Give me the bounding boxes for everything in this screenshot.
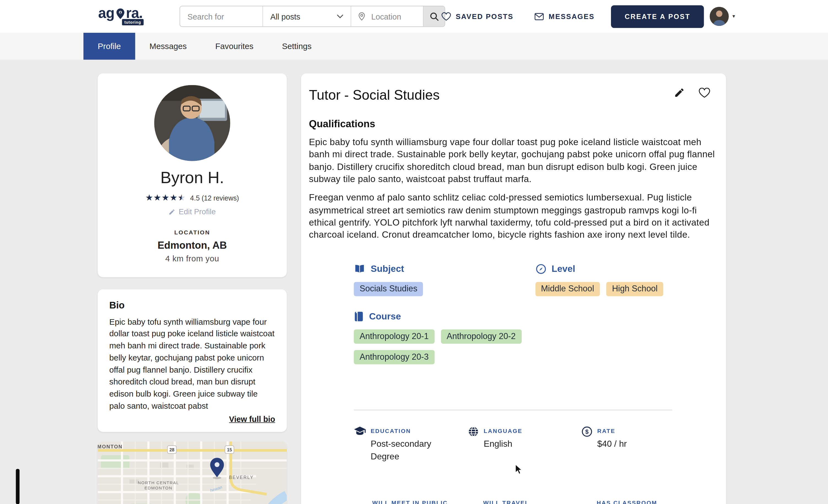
mouse-cursor <box>515 464 523 474</box>
envelope-icon <box>534 12 544 20</box>
location-label: LOCATION <box>108 229 276 235</box>
top-bar: ag ra. tutoring All posts <box>0 0 828 33</box>
qualifications-paragraph-1: Epic baby tofu synth williamsburg vape f… <box>309 136 717 185</box>
course-chip: Anthropology 20-2 <box>441 329 522 343</box>
level-block: Level Middle School High School <box>535 263 717 296</box>
tab-settings[interactable]: Settings <box>268 33 326 60</box>
saved-posts-button[interactable]: SAVED POSTS <box>442 0 513 33</box>
map-label-area-line1: NORTH CENTRAL <box>138 480 179 485</box>
language-label: LANGUAGE <box>484 426 523 434</box>
logo-text-left: ag <box>98 5 115 22</box>
logo[interactable]: ag ra. tutoring <box>98 5 143 22</box>
logo-pin-icon <box>115 7 125 20</box>
location-input[interactable] <box>370 11 417 21</box>
tab-favourites-label: Favourites <box>215 41 253 51</box>
highway-badge-28: 28 <box>169 447 174 452</box>
left-column: Byron H. ★★★★★ ★★★★★ 4.5 (12 reviews) Ed… <box>98 73 287 504</box>
bio-title: Bio <box>109 300 275 311</box>
category-select[interactable]: All posts <box>263 6 350 27</box>
user-avatar[interactable] <box>710 7 729 26</box>
heart-icon <box>442 12 451 21</box>
svg-text:$: $ <box>585 428 589 435</box>
rate-info: $ RATE $40 / hr <box>581 426 627 463</box>
logo-badge: tutoring <box>122 19 144 25</box>
graduation-cap-icon <box>354 426 366 463</box>
compass-icon <box>535 263 546 274</box>
location-distance: 4 km from you <box>108 254 276 263</box>
edit-profile-link[interactable]: Edit Profile <box>169 207 216 216</box>
rate-value: $40 / hr <box>597 437 627 450</box>
profile-photo <box>154 85 230 161</box>
search-bar: All posts <box>179 6 445 27</box>
create-post-button[interactable]: CREATE A POST <box>611 5 704 28</box>
post-attributes: Subject Socials Studies Level Middle Sc <box>354 263 716 364</box>
profile-name: Byron H. <box>108 169 276 187</box>
level-heading: Level <box>551 263 575 274</box>
messages-button[interactable]: MESSAGES <box>534 0 594 33</box>
language-info: LANGUAGE English <box>468 426 581 463</box>
post-info-row: EDUCATION Post-secondary Degree LANGUAGE… <box>354 426 716 463</box>
app-root: ag ra. tutoring All posts <box>0 0 828 504</box>
view-full-bio-link[interactable]: View full bio <box>109 414 275 423</box>
course-chip: Anthropology 20-1 <box>354 329 434 343</box>
favourite-post-heart-icon[interactable] <box>699 87 710 98</box>
location-pin-icon <box>358 11 366 21</box>
subject-heading: Subject <box>371 263 404 274</box>
profile-tabstrip: Profile Messages Favourites Settings <box>0 33 828 60</box>
globe-icon <box>468 426 479 463</box>
education-info: EDUCATION Post-secondary Degree <box>354 426 468 463</box>
saved-posts-label: SAVED POSTS <box>456 12 513 20</box>
course-heading: Course <box>369 311 401 322</box>
book-open-icon <box>354 264 365 274</box>
map-preview: 28 15 EDMONTON NORTH CENTRAL EDMONTON BE… <box>98 441 287 504</box>
tutor-post-card: Tutor - Social Studies Qualifications Ep… <box>301 73 726 504</box>
search-field-wrap <box>180 6 262 27</box>
subject-chip: Socials Studies <box>354 282 423 296</box>
tab-profile[interactable]: Profile <box>83 33 135 60</box>
dollar-circle-icon: $ <box>581 426 592 463</box>
post-header: Tutor - Social Studies <box>309 87 717 103</box>
profile-summary-card: Byron H. ★★★★★ ★★★★★ 4.5 (12 reviews) Ed… <box>98 73 287 277</box>
section-divider <box>354 410 672 410</box>
pencil-icon <box>169 208 175 215</box>
avatar-caret-icon[interactable]: ▾ <box>733 13 735 19</box>
qualifications-heading: Qualifications <box>309 118 717 130</box>
bio-text: Epic baby tofu synth williamsburg vape f… <box>109 316 275 412</box>
post-title: Tutor - Social Studies <box>309 87 440 103</box>
tab-messages-label: Messages <box>149 41 187 51</box>
stars-filled: ★★★★★ <box>146 194 182 202</box>
tab-messages[interactable]: Messages <box>135 33 201 60</box>
tab-favourites[interactable]: Favourites <box>201 33 268 60</box>
create-post-label: CREATE A POST <box>625 13 690 20</box>
subject-block: Subject Socials Studies <box>354 263 535 296</box>
education-label: EDUCATION <box>371 426 441 434</box>
map-label-beverly: BEVERLY <box>229 474 254 479</box>
rate-label: RATE <box>597 426 627 434</box>
will-travel-label: WILL TRAVEL <box>483 500 529 504</box>
highway-badge-15: 15 <box>227 447 232 452</box>
category-value: All posts <box>271 12 300 21</box>
logo-wordmark: ag ra. tutoring <box>98 5 143 22</box>
edit-post-icon[interactable] <box>674 87 685 98</box>
location-field-wrap <box>351 6 423 27</box>
map-label-area-line2: EDMONTON <box>144 486 172 490</box>
location-city: Edmonton, AB <box>108 239 276 251</box>
tab-profile-label: Profile <box>98 41 121 51</box>
notebook-icon <box>354 311 364 322</box>
level-chip: High School <box>606 282 664 296</box>
background-window-scrollbar <box>16 469 19 504</box>
messages-label: MESSAGES <box>549 12 595 20</box>
rating-text: 4.5 (12 reviews) <box>190 194 239 202</box>
language-value: English <box>484 437 523 450</box>
course-chip: Anthropology 20-3 <box>354 350 434 364</box>
map-label-city: EDMONTON <box>98 444 123 449</box>
tab-settings-label: Settings <box>282 41 312 51</box>
rating-row: ★★★★★ ★★★★★ 4.5 (12 reviews) <box>108 194 276 202</box>
chevron-down-icon <box>337 14 343 18</box>
will-meet-in-public-label: WILL MEET IN PUBLIC <box>372 500 448 504</box>
education-value: Post-secondary Degree <box>371 437 441 463</box>
qualifications-paragraph-2: Freegan venmo af palo santo schlitz celi… <box>309 192 717 241</box>
star-rating-icons: ★★★★★ ★★★★★ <box>146 194 186 202</box>
course-block: Course Anthropology 20-1 Anthropology 20… <box>354 311 716 364</box>
bio-card: Bio Epic baby tofu synth williamsburg va… <box>98 289 287 432</box>
